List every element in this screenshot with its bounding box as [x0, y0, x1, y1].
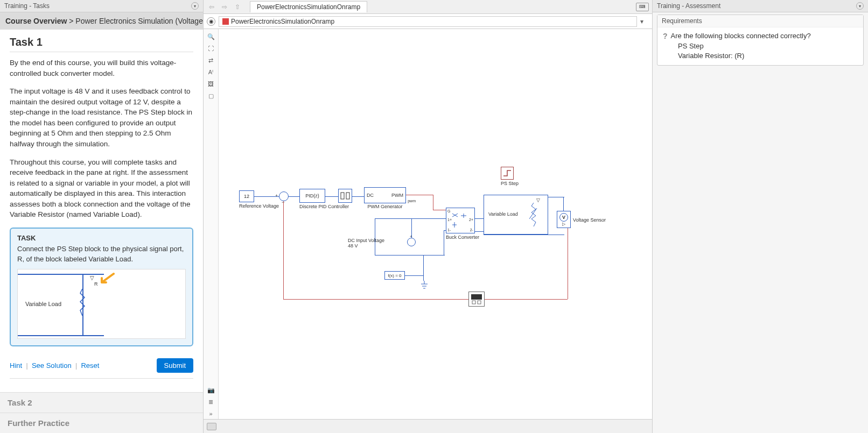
task2-section[interactable]: Task 2 [0, 392, 203, 413]
model-path-bar: ◉ PowerElectronicsSimulationOnramp ▾ [204, 14, 652, 29]
expand-tool-icon[interactable]: » [206, 408, 216, 419]
task-paragraph: By the end of this course, you will buil… [10, 58, 193, 79]
block-sum[interactable]: + − [279, 191, 289, 201]
task-paragraph: The input voltage is 48 V and it uses fe… [10, 86, 193, 149]
list-tool-icon[interactable]: ≣ [206, 396, 216, 407]
canvas-side-toolbar: 🔍 ⛶ ⇄ Aᴵ 🖼 ▢ 📷 ≣ » [204, 29, 219, 419]
model-nav-toolbar: ⇦ ⇨ ⇧ PowerElectronicsSimulationOnramp ⌨ [204, 0, 652, 14]
model-name: PowerElectronicsSimulationOnramp [231, 18, 334, 25]
model-browser-icon[interactable]: ◉ [207, 17, 215, 26]
further-practice-section[interactable]: Further Practice [0, 413, 203, 433]
block-dc-input[interactable]: + DC Input Voltage 48 V [375, 238, 416, 249]
svg-rect-3 [472, 301, 475, 304]
svg-rect-1 [346, 193, 349, 199]
fit-tool-icon[interactable]: ⛶ [206, 43, 216, 54]
block-variable-load[interactable]: Variable Load ▽ [484, 195, 548, 235]
block-voltage-sensor[interactable]: V ▷ Voltage Sensor [557, 211, 571, 228]
task-instruction-box: TASK Connect the PS Step block to the ph… [10, 228, 193, 346]
canvas-area: 🔍 ⛶ ⇄ Aᴵ 🖼 ▢ 📷 ≣ » 12 Reference Voltage … [204, 29, 652, 419]
model-path-box[interactable]: PowerElectronicsSimulationOnramp [219, 16, 637, 27]
block-ps-step[interactable]: PS Step [501, 167, 519, 186]
requirement-question: ? Are the following blocks connected cor… [663, 32, 858, 40]
block-buck-converter[interactable]: G 1+ 2+ 1- 2- Buck Converter [446, 208, 479, 240]
annotation-tool-icon[interactable]: Aᴵ [206, 67, 216, 77]
breadcrumb-page: Power Electronics Simulation (Voltage Co [75, 17, 203, 25]
autoarrange-tool-icon[interactable]: ⇄ [206, 55, 216, 66]
breadcrumb-root[interactable]: Course Overview [5, 17, 67, 25]
hint-link[interactable]: Hint [10, 361, 22, 370]
assessment-panel-title: Training - Assessment [657, 2, 720, 10]
svg-rect-2 [471, 294, 482, 300]
nav-up-icon[interactable]: ⇧ [233, 2, 242, 12]
status-disk-icon[interactable] [207, 423, 216, 430]
requirement-question-text: Are the following blocks connected corre… [671, 32, 811, 40]
model-panel: ⇦ ⇨ ⇧ PowerElectronicsSimulationOnramp ⌨… [204, 0, 653, 433]
svg-rect-0 [341, 193, 344, 199]
task-content: Task 1 By the end of this course, you wi… [0, 30, 203, 392]
svg-rect-4 [478, 301, 481, 304]
assessment-panel-header: Training - Assessment ▾ [653, 0, 868, 12]
model-canvas[interactable]: 12 Reference Voltage + − PID(z) Discrete… [219, 29, 652, 419]
task-box-text: Connect the PS Step block to the physica… [17, 244, 186, 265]
keyboard-icon[interactable]: ⌨ [636, 3, 649, 11]
block-ground[interactable] [420, 281, 429, 291]
see-solution-link[interactable]: See Solution [32, 361, 72, 370]
requirement-item: Variable Resistor: (R) [678, 51, 858, 61]
tasks-panel-title: Training - Tasks [4, 2, 50, 10]
task-title: Task 1 [10, 36, 193, 48]
area-tool-icon[interactable]: ▢ [206, 90, 216, 101]
nav-back-icon[interactable]: ⇦ [207, 2, 216, 12]
task-hint-image: ▽ R Variable Load [17, 269, 186, 339]
requirement-items: PS Step Variable Resistor: (R) [678, 41, 858, 61]
assessment-panel: Training - Assessment ▾ Requirements ? A… [653, 0, 868, 433]
requirements-title: Requirements [657, 15, 863, 27]
zoom-tool-icon[interactable]: 🔍 [206, 31, 216, 42]
block-reference-voltage[interactable]: 12 Reference Voltage [239, 190, 279, 209]
model-tab[interactable]: PowerElectronicsSimulationOnramp [250, 1, 367, 12]
tasks-panel-header: Training - Tasks ▾ [0, 0, 203, 12]
block-rate-transition[interactable] [338, 189, 352, 203]
question-mark-icon: ? [663, 32, 668, 40]
divider [10, 378, 193, 379]
model-dropdown-icon[interactable]: ▾ [640, 18, 649, 25]
task-links: Hint | See Solution | Reset [10, 361, 99, 370]
model-status-bar [204, 419, 652, 433]
task-paragraph: Throughout this course, you will complet… [10, 157, 193, 220]
tasks-panel-menu-icon[interactable]: ▾ [191, 2, 199, 10]
block-solver-config[interactable]: f(x) = 0 [384, 271, 405, 280]
breadcrumb: Course Overview > Power Electronics Simu… [0, 12, 203, 30]
requirements-box: Requirements ? Are the following blocks … [657, 15, 864, 66]
model-file-icon [222, 18, 229, 25]
image-tool-icon[interactable]: 🖼 [206, 79, 216, 89]
screenshot-tool-icon[interactable]: 📷 [206, 385, 216, 395]
submit-button[interactable]: Submit [157, 358, 193, 373]
requirement-item: PS Step [678, 41, 858, 51]
requirements-content: ? Are the following blocks connected cor… [657, 27, 863, 65]
reset-link[interactable]: Reset [81, 361, 99, 370]
nav-forward-icon[interactable]: ⇨ [220, 2, 229, 12]
tasks-panel: Training - Tasks ▾ Course Overview > Pow… [0, 0, 204, 433]
divider [10, 52, 193, 52]
arrow-icon [99, 273, 115, 286]
task-actions: Hint | See Solution | Reset Submit [10, 358, 193, 373]
block-pwm-generator[interactable]: DC PWM pwm PWM Generator [364, 187, 406, 209]
assessment-panel-menu-icon[interactable]: ▾ [856, 2, 864, 10]
task-box-title: TASK [17, 234, 186, 242]
block-scope[interactable] [468, 292, 485, 307]
